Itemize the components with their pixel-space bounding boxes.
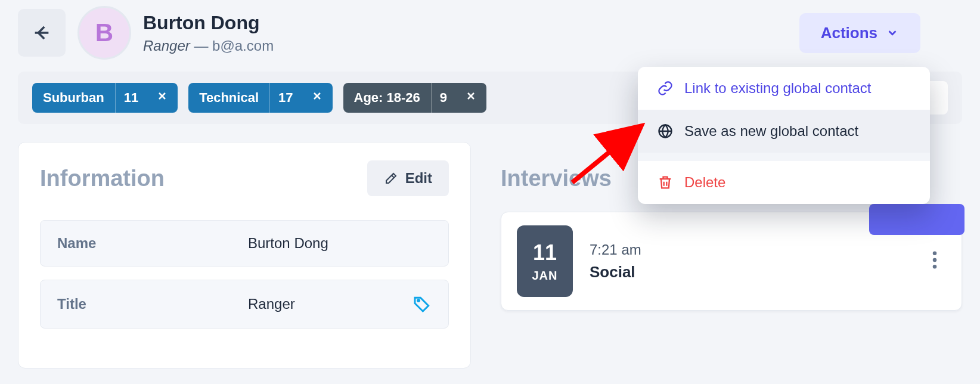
svg-point-1	[933, 251, 937, 255]
menu-label: Save as new global contact	[684, 123, 858, 140]
tag-remove[interactable]	[455, 83, 486, 113]
tag-count: 17	[269, 83, 301, 113]
edit-button[interactable]: Edit	[367, 160, 449, 196]
arrow-left-icon	[32, 23, 52, 43]
interview-type: Social	[590, 263, 907, 281]
contact-email: b@a.com	[212, 38, 274, 54]
tag-count: 11	[115, 83, 147, 113]
interview-time: 7:21 am	[590, 241, 907, 258]
tag-label: Age: 18-26	[343, 83, 431, 113]
tag-icon	[413, 295, 432, 314]
edit-icon	[384, 171, 398, 185]
info-value: Ranger	[248, 296, 413, 312]
actions-label: Actions	[821, 24, 877, 42]
tag-label: Suburban	[32, 83, 115, 113]
tag-remove[interactable]	[147, 83, 178, 113]
actions-menu: Link to existing global contact Save as …	[638, 67, 930, 204]
menu-label: Link to existing global contact	[684, 80, 872, 97]
date-month: JAN	[532, 269, 557, 283]
more-vertical-icon	[932, 250, 938, 270]
menu-label: Delete	[684, 174, 725, 191]
menu-link-contact[interactable]: Link to existing global contact	[638, 67, 930, 110]
date-day: 11	[533, 240, 557, 265]
tag-label: Technical	[188, 83, 269, 113]
contact-title: Ranger	[143, 38, 190, 54]
contact-subline: Ranger — b@a.com	[143, 38, 274, 54]
primary-button-partial[interactable]	[869, 204, 965, 235]
date-badge: 11 JAN	[517, 225, 573, 297]
avatar-initial: B	[95, 18, 113, 47]
svg-point-2	[933, 258, 937, 262]
chevron-down-icon	[886, 26, 899, 39]
edit-label: Edit	[405, 170, 432, 187]
menu-separator	[638, 153, 930, 161]
info-value: Burton Dong	[248, 235, 432, 252]
actions-button[interactable]: Actions	[799, 13, 920, 53]
menu-save-contact[interactable]: Save as new global contact	[638, 110, 930, 153]
contact-name: Burton Dong	[143, 12, 274, 34]
close-icon	[311, 90, 323, 102]
link-icon	[657, 80, 674, 97]
menu-delete[interactable]: Delete	[638, 161, 930, 204]
close-icon	[156, 90, 168, 102]
info-key: Name	[57, 235, 248, 252]
page-header: B Burton Dong Ranger — b@a.com Actions	[0, 0, 980, 66]
tag-technical[interactable]: Technical 17	[188, 83, 332, 113]
avatar: B	[77, 6, 131, 60]
info-key: Title	[57, 296, 248, 312]
tag-suburban[interactable]: Suburban 11	[32, 83, 178, 113]
information-card: Information Edit Name Burton Dong Title …	[18, 142, 471, 368]
svg-point-3	[933, 265, 937, 269]
info-trailing	[413, 295, 432, 314]
interview-more-button[interactable]	[923, 250, 946, 272]
globe-icon	[657, 123, 674, 140]
trash-icon	[657, 174, 674, 191]
tag-age[interactable]: Age: 18-26 9	[343, 83, 487, 113]
subline-separator: —	[190, 38, 212, 54]
tag-remove[interactable]	[302, 83, 333, 113]
info-row-title: Title Ranger	[40, 280, 449, 329]
close-icon	[465, 90, 477, 102]
info-row-name: Name Burton Dong	[40, 220, 449, 267]
svg-point-0	[417, 299, 419, 301]
back-button[interactable]	[18, 9, 66, 57]
information-title: Information	[40, 166, 165, 191]
tag-count: 9	[431, 83, 455, 113]
